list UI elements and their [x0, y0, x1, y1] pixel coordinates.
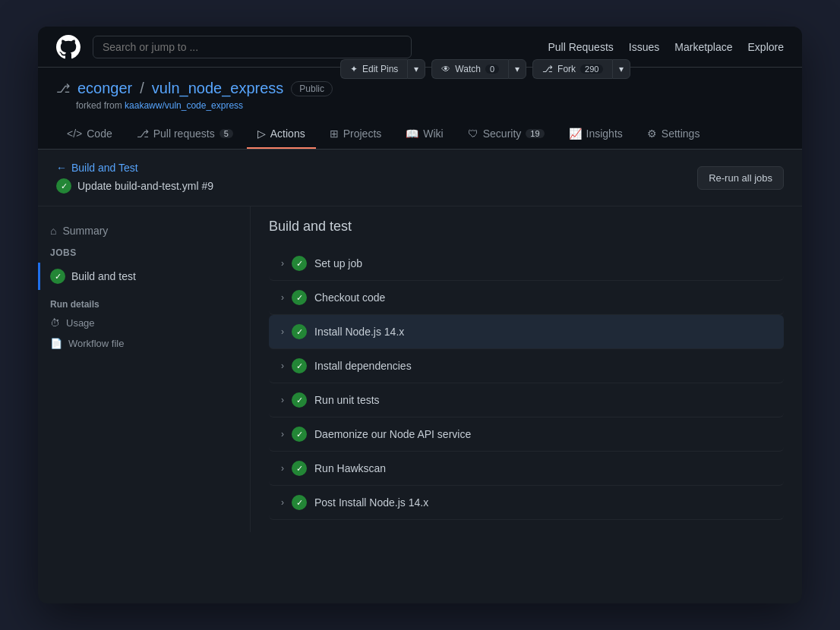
- tab-actions[interactable]: ▷ Actions: [247, 120, 316, 149]
- watch-group: 👁 Watch 0 ▾: [431, 59, 526, 79]
- repo-visibility-badge: Public: [291, 81, 333, 96]
- topbar-marketplace[interactable]: Marketplace: [674, 41, 732, 53]
- workflow-file-link[interactable]: 📄 Workflow file: [38, 333, 250, 354]
- tab-settings[interactable]: ⚙ Settings: [636, 120, 711, 149]
- fork-label: Fork: [557, 64, 576, 74]
- fork-icon: ⎇: [542, 64, 553, 74]
- fork-dropdown[interactable]: ▾: [612, 59, 630, 79]
- step-label: Set up job: [314, 257, 362, 269]
- step-daemonize[interactable]: › ✓ Daemonize our Node API service: [269, 417, 784, 452]
- pr-icon: ⎇: [137, 128, 149, 140]
- step-label: Run unit tests: [314, 394, 380, 406]
- tab-code[interactable]: </> Code: [56, 120, 123, 149]
- watch-button[interactable]: 👁 Watch 0: [431, 59, 508, 79]
- usage-label: Usage: [66, 317, 95, 329]
- tab-wiki[interactable]: 📖 Wiki: [395, 120, 453, 149]
- topbar-explore[interactable]: Explore: [748, 41, 784, 53]
- edit-pins-group: ✦ Edit Pins ▾: [340, 59, 425, 79]
- actions-icon: ▷: [257, 128, 266, 140]
- step-install-node[interactable]: › ✓ Install Node.js 14.x: [269, 315, 784, 349]
- insights-icon: 📈: [569, 128, 582, 140]
- github-logo-icon[interactable]: [56, 35, 81, 59]
- topbar-issues[interactable]: Issues: [629, 41, 659, 53]
- pr-badge: 5: [219, 129, 233, 138]
- chevron-icon: ›: [281, 258, 284, 269]
- fork-count: 290: [580, 65, 603, 74]
- tab-projects[interactable]: ⊞ Projects: [319, 120, 393, 149]
- fork-button[interactable]: ⎇ Fork 290: [532, 59, 612, 79]
- step-label: Run Hawkscan: [314, 462, 386, 474]
- topbar-pull-requests[interactable]: Pull Requests: [548, 41, 613, 53]
- workflow-file-label: Workflow file: [68, 338, 124, 349]
- security-icon: 🛡: [468, 128, 478, 140]
- repo-title-row: ⎇ econger / vuln_node_express Public ✦ E…: [56, 80, 784, 97]
- back-arrow-icon: ←: [56, 162, 67, 174]
- watch-dropdown[interactable]: ▾: [508, 59, 526, 79]
- step-run-unit-tests[interactable]: › ✓ Run unit tests: [269, 383, 784, 417]
- repo-name[interactable]: vuln_node_express: [152, 80, 283, 97]
- step-success-icon: ✓: [292, 290, 307, 305]
- workflow-commit: ✓ Update build-and-test.yml #9: [56, 178, 213, 194]
- jobs-section-title: Jobs: [38, 243, 250, 263]
- workflow-body: ⌂ Summary Jobs ✓ Build and test Run deta…: [38, 206, 802, 532]
- chevron-icon: ›: [281, 429, 284, 439]
- step-set-up-job[interactable]: › ✓ Set up job: [269, 247, 784, 281]
- usage-link[interactable]: ⏱ Usage: [38, 313, 250, 333]
- run-details-title: Run details: [38, 290, 250, 313]
- step-success-icon: ✓: [292, 427, 307, 442]
- step-success-icon: ✓: [292, 392, 307, 408]
- projects-icon: ⊞: [330, 128, 339, 140]
- breadcrumb-back-link[interactable]: ← Build and Test: [56, 162, 213, 174]
- step-success-icon: ✓: [292, 358, 307, 373]
- step-success-icon: ✓: [292, 256, 307, 271]
- code-icon: </>: [67, 128, 82, 140]
- repo-owner[interactable]: econger: [77, 80, 132, 97]
- eye-icon: 👁: [441, 64, 450, 74]
- edit-pins-button[interactable]: ✦ Edit Pins: [340, 59, 407, 79]
- step-label: Install Node.js 14.x: [314, 326, 404, 338]
- step-label: Daemonize our Node API service: [314, 428, 471, 440]
- repo-header: ⎇ econger / vuln_node_express Public ✦ E…: [38, 68, 802, 150]
- workflow-header: ← Build and Test ✓ Update build-and-test…: [38, 150, 802, 206]
- step-run-hawkscan[interactable]: › ✓ Run Hawkscan: [269, 452, 784, 486]
- job-label: Build and test: [71, 270, 136, 282]
- job-success-icon: ✓: [50, 269, 65, 284]
- tab-insights[interactable]: 📈 Insights: [558, 120, 633, 149]
- repo-separator: /: [140, 80, 144, 97]
- home-icon: ⌂: [50, 225, 56, 237]
- search-input[interactable]: [93, 36, 412, 58]
- tab-pull-requests[interactable]: ⎇ Pull requests 5: [126, 120, 244, 149]
- chevron-icon: ›: [281, 395, 284, 405]
- security-badge: 19: [526, 129, 544, 138]
- edit-pins-dropdown[interactable]: ▾: [407, 59, 425, 79]
- step-checkout-code[interactable]: › ✓ Checkout code: [269, 281, 784, 315]
- step-success-icon: ✓: [292, 324, 307, 339]
- breadcrumb: ← Build and Test ✓ Update build-and-test…: [56, 162, 213, 194]
- step-label: Post Install Node.js 14.x: [314, 496, 428, 509]
- repo-fork-info: forked from kaakaww/vuln_code_express: [76, 100, 784, 111]
- fork-group: ⎇ Fork 290 ▾: [532, 59, 630, 79]
- summary-link[interactable]: ⌂ Summary: [38, 219, 250, 243]
- watch-label: Watch: [455, 64, 481, 74]
- wiki-icon: 📖: [406, 128, 418, 140]
- chevron-icon: ›: [281, 497, 284, 508]
- watch-count: 0: [485, 65, 499, 74]
- step-success-icon: ✓: [292, 461, 307, 476]
- workflow-sidebar: ⌂ Summary Jobs ✓ Build and test Run deta…: [38, 206, 251, 532]
- tab-security[interactable]: 🛡 Security 19: [457, 120, 555, 149]
- step-post-install-node[interactable]: › ✓ Post Install Node.js 14.x: [269, 486, 784, 520]
- repo-tabs: </> Code ⎇ Pull requests 5 ▷ Actions ⊞ P…: [56, 120, 784, 149]
- repo-fork-icon: ⎇: [56, 81, 70, 96]
- commit-title: Update build-and-test.yml #9: [77, 180, 213, 192]
- file-icon: 📄: [50, 338, 62, 349]
- step-label: Install dependencies: [314, 360, 412, 372]
- job-build-and-test[interactable]: ✓ Build and test: [38, 263, 250, 290]
- steps-title: Build and test: [269, 219, 784, 235]
- fork-source-link[interactable]: kaakaww/vuln_code_express: [125, 100, 243, 111]
- chevron-icon: ›: [281, 326, 284, 337]
- success-icon: ✓: [56, 178, 71, 194]
- settings-icon: ⚙: [647, 128, 657, 140]
- workflow-steps: Build and test › ✓ Set up job › ✓ Checko…: [251, 206, 802, 532]
- rerun-all-button[interactable]: Re-run all jobs: [697, 166, 784, 190]
- step-install-deps[interactable]: › ✓ Install dependencies: [269, 349, 784, 383]
